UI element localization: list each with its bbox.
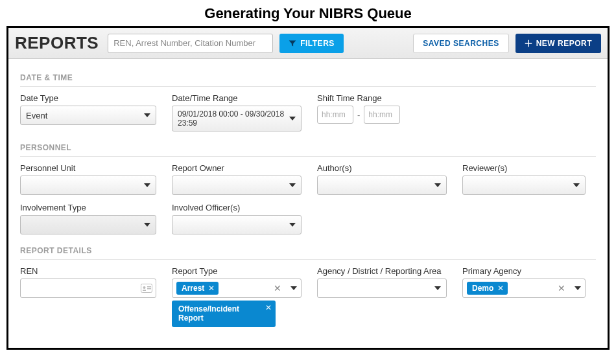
chevron-down-icon: [575, 286, 581, 290]
primary-agency-select[interactable]: Demo ✕ ✕: [462, 279, 586, 298]
primary-agency-tag-demo: Demo ✕: [467, 282, 508, 295]
tag-label: Arrest: [182, 284, 204, 293]
funnel-icon: [289, 40, 296, 47]
personnel-unit-select[interactable]: [20, 176, 156, 195]
chevron-down-icon: [573, 183, 580, 187]
report-type-label: Report Type: [172, 266, 302, 276]
date-range-value: 09/01/2018 00:00 - 09/30/2018 23:59: [178, 109, 289, 128]
svg-rect-3: [147, 288, 151, 290]
search-input[interactable]: [108, 34, 273, 53]
content-area: DATE & TIME Date Type Event Date/Time Ra…: [8, 59, 608, 348]
reviewers-select[interactable]: [462, 176, 586, 195]
page-heading: Generating Your NIBRS Queue: [0, 0, 616, 26]
involvement-type-label: Involvement Type: [20, 203, 156, 212]
report-owner-field: Report Owner: [172, 163, 302, 195]
idcard-icon: [141, 284, 152, 293]
clear-all-icon[interactable]: ✕: [558, 283, 568, 293]
date-range-select[interactable]: 09/01/2018 00:00 - 09/30/2018 23:59: [172, 106, 302, 131]
agency-district-select[interactable]: [317, 279, 447, 298]
shift-range-wrap: -: [317, 106, 400, 124]
personnel-row-2: Involvement Type Involved Officer(s): [20, 203, 596, 234]
report-owner-label: Report Owner: [172, 163, 302, 173]
report-type-tag-offense: Offense/Incident Report ✕: [172, 301, 276, 327]
chevron-down-icon: [289, 117, 296, 120]
personnel-row-1: Personnel Unit Report Owner Author(s) Re…: [20, 163, 596, 195]
report-owner-select[interactable]: [172, 176, 302, 195]
date-type-field: Date Type Event: [20, 93, 156, 131]
report-type-field: Report Type Arrest ✕ ✕ Offense/Incident …: [172, 266, 302, 327]
shift-range-field: Shift Time Range -: [317, 93, 400, 131]
involved-officers-select[interactable]: [172, 215, 302, 234]
chevron-down-icon: [144, 183, 150, 187]
date-type-select[interactable]: Event: [20, 106, 156, 125]
remove-tag-icon[interactable]: ✕: [497, 284, 504, 293]
ren-input[interactable]: [20, 279, 156, 298]
saved-searches-label: SAVED SEARCHES: [423, 39, 499, 48]
tag-label: Demo: [472, 284, 493, 293]
filters-button[interactable]: FILTERS: [279, 34, 344, 53]
tag-label: Offense/Incident Report: [178, 304, 239, 323]
involved-officers-label: Involved Officer(s): [172, 203, 302, 212]
remove-tag-icon[interactable]: ✕: [265, 303, 272, 312]
shift-range-label: Shift Time Range: [317, 93, 400, 103]
report-type-select[interactable]: Arrest ✕ ✕: [172, 279, 302, 298]
new-report-label: NEW REPORT: [536, 39, 592, 48]
personnel-unit-field: Personnel Unit: [20, 163, 156, 195]
report-type-tag-arrest: Arrest ✕: [176, 282, 219, 295]
authors-select[interactable]: [317, 176, 447, 195]
authors-label: Author(s): [317, 163, 447, 173]
chevron-down-icon: [434, 286, 441, 290]
involved-officers-field: Involved Officer(s): [172, 203, 302, 234]
clear-all-icon[interactable]: ✕: [274, 283, 284, 293]
saved-searches-button[interactable]: SAVED SEARCHES: [413, 34, 508, 53]
date-type-value: Event: [26, 111, 47, 120]
filters-label: FILTERS: [300, 39, 335, 48]
plus-icon: [525, 40, 532, 47]
date-time-row: Date Type Event Date/Time Range 09/01/20…: [20, 93, 596, 131]
shift-sep: -: [357, 110, 360, 120]
section-date-time-header: DATE & TIME: [20, 73, 596, 87]
personnel-unit-label: Personnel Unit: [20, 163, 156, 173]
report-details-row: REN Report Type Arrest ✕ ✕: [20, 266, 596, 327]
agency-district-field: Agency / District / Reporting Area: [317, 266, 447, 298]
primary-agency-label: Primary Agency: [462, 266, 586, 276]
primary-agency-field: Primary Agency Demo ✕ ✕: [462, 266, 586, 298]
date-range-label: Date/Time Range: [172, 93, 302, 103]
reviewers-field: Reviewer(s): [462, 163, 586, 195]
chevron-down-icon: [290, 286, 297, 290]
svg-rect-2: [147, 286, 151, 288]
section-report-details-header: REPORT DETAILS: [20, 246, 596, 260]
new-report-button[interactable]: NEW REPORT: [515, 34, 601, 53]
involvement-type-field: Involvement Type: [20, 203, 156, 234]
section-personnel-header: PERSONNEL: [20, 143, 596, 157]
authors-field: Author(s): [317, 163, 447, 195]
ren-field: REN: [20, 266, 156, 298]
date-type-label: Date Type: [20, 93, 156, 103]
app-frame: REPORTS FILTERS SAVED SEARCHES NEW REPOR…: [6, 26, 610, 350]
ren-label: REN: [20, 266, 156, 276]
involvement-type-select[interactable]: [20, 215, 156, 234]
remove-tag-icon[interactable]: ✕: [208, 284, 215, 293]
chevron-down-icon: [144, 223, 150, 227]
chevron-down-icon: [434, 183, 441, 187]
toolbar: REPORTS FILTERS SAVED SEARCHES NEW REPOR…: [8, 28, 608, 59]
brand-title: REPORTS: [15, 33, 99, 53]
agency-district-label: Agency / District / Reporting Area: [317, 266, 447, 276]
reviewers-label: Reviewer(s): [462, 163, 586, 173]
shift-start-input[interactable]: [317, 106, 353, 124]
date-range-field: Date/Time Range 09/01/2018 00:00 - 09/30…: [172, 93, 302, 131]
chevron-down-icon: [289, 183, 296, 187]
chevron-down-icon: [144, 113, 150, 117]
chevron-down-icon: [289, 223, 296, 227]
svg-point-1: [143, 286, 146, 289]
svg-rect-4: [143, 290, 146, 291]
shift-end-input[interactable]: [364, 106, 400, 124]
